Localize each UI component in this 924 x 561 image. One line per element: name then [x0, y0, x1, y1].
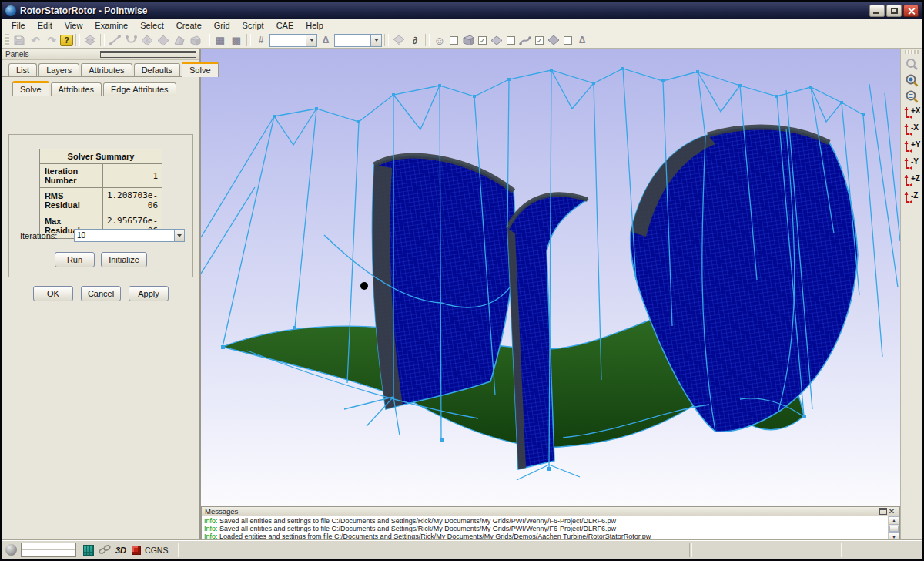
angle-combo-arrow-icon[interactable]	[370, 35, 381, 46]
iteration-number-value: 1	[102, 164, 162, 188]
view-minus-x-button[interactable]: -X	[902, 122, 921, 139]
tab-list[interactable]: List	[8, 63, 37, 76]
panel-float-icon[interactable]	[100, 51, 196, 58]
solver-summary-table: Solver Summary Iteration Number 1 RMS Re…	[39, 149, 162, 239]
create-domain-structured-icon[interactable]	[139, 33, 155, 47]
create-domain-unstructured-icon[interactable]	[156, 33, 171, 47]
iterations-spinner[interactable]: 10	[74, 229, 185, 242]
menu-grid[interactable]: Grid	[208, 20, 236, 31]
menu-view[interactable]: View	[59, 20, 89, 31]
point-mask-icon[interactable]: Δ	[574, 33, 590, 47]
partial-derivative-icon[interactable]: ∂	[407, 33, 423, 47]
svg-text:-Y: -Y	[911, 157, 919, 166]
angle-combo-value	[335, 35, 370, 46]
iterations-label: Iterations:	[20, 231, 74, 240]
tab-solve[interactable]: Solve	[182, 62, 219, 77]
grid-structured-icon[interactable]: ▦	[213, 33, 228, 47]
toolbar-handle[interactable]	[5, 34, 9, 46]
undo-icon[interactable]: ↶	[28, 33, 43, 47]
database-mask-checkbox[interactable]	[450, 36, 458, 45]
viewport-3d-scene[interactable]	[201, 49, 900, 506]
cancel-button[interactable]: Cancel	[81, 286, 121, 301]
create-block-icon[interactable]	[188, 33, 203, 47]
minimize-button[interactable]	[869, 5, 885, 17]
restore-button[interactable]	[886, 5, 902, 17]
connector-mask-icon[interactable]	[517, 33, 533, 47]
list-item: Info: Saved all entities and settings to…	[204, 517, 886, 525]
menu-select[interactable]: Select	[134, 20, 170, 31]
view-toolbar: +X -X +Y -Y +Z -Z	[900, 49, 922, 540]
dimension-combo-arrow-icon[interactable]	[306, 35, 316, 46]
domain-mask-icon[interactable]	[489, 33, 504, 47]
dimension-combo[interactable]	[270, 34, 317, 47]
menu-create[interactable]: Create	[170, 20, 208, 31]
subtab-attributes[interactable]: Attributes	[51, 82, 102, 96]
scrollbar-thumb[interactable]	[889, 526, 899, 532]
rms-residual-label: RMS Residual	[39, 188, 102, 213]
menu-script[interactable]: Script	[236, 20, 270, 31]
menu-edit[interactable]: Edit	[32, 20, 59, 31]
create-connector-icon[interactable]	[107, 33, 122, 47]
iterations-value: 10	[75, 230, 174, 241]
database-mask-icon[interactable]: ☺	[432, 33, 447, 47]
messages-close-icon[interactable]: ✕	[887, 508, 896, 516]
viewport-3d[interactable]	[201, 49, 900, 506]
run-button[interactable]: Run	[55, 252, 95, 267]
grid-mode-icon	[83, 545, 94, 556]
tab-attributes[interactable]: Attributes	[81, 63, 132, 76]
solve-groupbox: Solver Summary Iteration Number 1 RMS Re…	[8, 134, 193, 277]
list-item: Info: Saved all entities and settings to…	[204, 525, 886, 532]
selected-point[interactable]	[360, 282, 368, 290]
domain-mask-checkbox[interactable]	[507, 36, 515, 45]
table-row: Iteration Number 1	[39, 164, 162, 188]
tab-layers[interactable]: Layers	[38, 63, 79, 76]
menu-help[interactable]: Help	[300, 20, 330, 31]
zoom-previous-icon[interactable]	[903, 56, 920, 72]
spacing-mask-icon[interactable]	[546, 33, 561, 47]
project-icon[interactable]	[391, 33, 407, 47]
create-curve-icon[interactable]	[123, 33, 139, 47]
menu-file[interactable]: File	[5, 20, 32, 31]
view-plus-y-button[interactable]: +Y	[902, 139, 921, 156]
messages-float-icon[interactable]	[879, 508, 887, 515]
view-toolbar-handle[interactable]	[905, 50, 919, 54]
zoom-fit-icon[interactable]	[903, 72, 920, 89]
create-extrude-icon[interactable]	[172, 33, 187, 47]
messages-title: Messages	[205, 507, 879, 516]
dimension-icon: #	[253, 33, 269, 47]
initialize-button[interactable]: Initialize	[101, 252, 147, 267]
tab-defaults[interactable]: Defaults	[134, 63, 180, 76]
ok-button[interactable]: OK	[33, 286, 73, 301]
table-row: RMS Residual 1.208703e-06	[39, 188, 162, 213]
scroll-up-icon[interactable]: ▲	[889, 516, 899, 525]
block-mask-icon[interactable]	[460, 33, 476, 47]
messages-header: Messages ✕	[202, 507, 899, 516]
view-plus-x-button[interactable]: +X	[902, 105, 921, 122]
svg-text:-X: -X	[911, 123, 919, 132]
help-icon[interactable]: ?	[60, 35, 73, 46]
view-minus-y-button[interactable]: -Y	[902, 156, 921, 173]
iterations-spinner-arrow-icon[interactable]	[174, 230, 184, 241]
block-mask-checkbox[interactable]: ✓	[478, 36, 487, 45]
apply-button[interactable]: Apply	[129, 286, 169, 301]
subtab-solve[interactable]: Solve	[12, 81, 49, 96]
close-button[interactable]	[903, 5, 919, 17]
spacing-mask-checkbox[interactable]	[564, 36, 572, 45]
view-minus-z-button[interactable]: -Z	[902, 190, 921, 207]
app-logo-icon	[5, 5, 16, 16]
panels-title: Panels	[5, 50, 100, 59]
menu-cae[interactable]: CAE	[270, 20, 300, 31]
angle-combo[interactable]	[334, 34, 382, 47]
view-plus-z-button[interactable]: +Z	[902, 173, 921, 190]
connector-mask-checkbox[interactable]: ✓	[535, 36, 544, 45]
save-icon[interactable]	[12, 33, 27, 47]
svg-text:+Z: +Z	[911, 174, 920, 183]
window-title: RotorStatorRotor - Pointwise	[20, 5, 869, 16]
grid-unstructured-icon[interactable]: ▩	[229, 33, 244, 47]
messages-scrollbar[interactable]: ▲ ▼	[888, 516, 899, 541]
redo-icon[interactable]: ↷	[44, 33, 59, 47]
subtab-edge-attributes[interactable]: Edge Attributes	[103, 82, 176, 96]
menu-examine[interactable]: Examine	[89, 20, 134, 31]
layers-icon[interactable]	[82, 33, 98, 47]
zoom-extents-icon[interactable]	[903, 89, 920, 105]
